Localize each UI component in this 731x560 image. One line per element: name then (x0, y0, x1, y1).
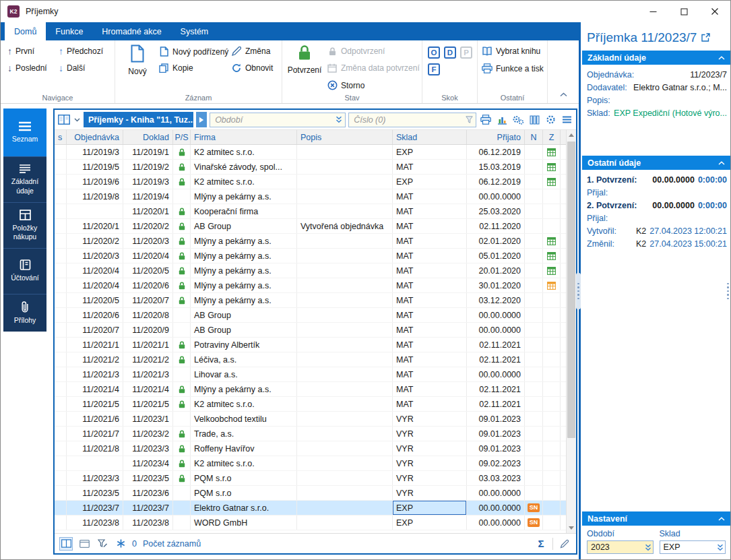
cell[interactable]: 02.11.2021 (467, 352, 525, 367)
cell[interactable]: 09.01.2023 (467, 427, 525, 441)
cell[interactable]: 11/2020/6 (123, 278, 173, 292)
cell[interactable] (543, 293, 561, 307)
cell[interactable]: 06.12.2019 (467, 145, 525, 159)
chart-icon[interactable] (495, 113, 509, 127)
cell[interactable]: SN (525, 501, 543, 515)
cell[interactable] (173, 441, 191, 456)
cell[interactable]: Mlýny a pekárny a.s. (191, 293, 297, 307)
cell[interactable] (55, 456, 67, 470)
cell[interactable]: MAT (393, 263, 467, 278)
cell[interactable]: 02.11.2021 (467, 397, 525, 411)
table-row[interactable]: 11/2021/711/2023/2Trade, a.s.VYR09.01.20… (55, 427, 576, 441)
cell[interactable] (543, 175, 561, 189)
table-row[interactable]: 11/2020/411/2020/6Mlýny a pekárny a.s.MA… (55, 278, 576, 293)
table-row[interactable]: 11/2020/711/2020/9AB GroupMAT00.00.0000 (55, 323, 576, 338)
cell[interactable]: Vinařské závody, spol... (191, 160, 297, 174)
sidebar-item-seznam[interactable]: Seznam (3, 108, 46, 157)
tab-domu[interactable]: Domů (5, 22, 46, 40)
cell[interactable]: 11/2020/2 (67, 234, 123, 248)
cell[interactable] (525, 278, 543, 292)
cell[interactable] (543, 338, 561, 352)
gears-icon[interactable] (511, 113, 525, 127)
table-row[interactable]: 11/2019/511/2019/2Vinařské závody, spol.… (55, 160, 576, 175)
cell[interactable]: 11/2020/8 (123, 308, 173, 322)
cell[interactable]: VYR (393, 471, 467, 485)
cell[interactable]: Léčiva, a.s. (191, 352, 297, 367)
cell[interactable] (173, 189, 191, 204)
cell[interactable]: VYR (393, 456, 467, 470)
cell[interactable] (173, 471, 191, 485)
scroll-down-button[interactable] (567, 523, 576, 533)
cell[interactable]: 11/2020/1 (67, 219, 123, 233)
cell[interactable]: 11/2019/1 (123, 145, 173, 159)
cell[interactable] (297, 263, 393, 278)
cell[interactable]: AB Group (191, 308, 297, 322)
obdobi-select[interactable]: 2023 (587, 540, 654, 554)
cell[interactable] (297, 367, 393, 381)
cell[interactable] (173, 175, 191, 189)
sum-button[interactable]: Σ (534, 537, 548, 551)
cell[interactable] (543, 382, 561, 396)
cell[interactable] (173, 501, 191, 515)
cell[interactable]: MAT (393, 397, 467, 411)
cell[interactable] (525, 323, 543, 337)
cell[interactable]: 11/2020/6 (67, 308, 123, 322)
cell[interactable]: MAT (393, 160, 467, 174)
column-header-sklad[interactable]: Sklad (393, 130, 467, 144)
cell[interactable]: 20.01.2020 (467, 263, 525, 278)
sidebar-item-uctovani[interactable]: Účtování (3, 249, 46, 294)
cell[interactable] (297, 427, 393, 441)
cell[interactable] (55, 145, 67, 159)
funnel-icon[interactable] (466, 116, 473, 123)
detail-view-button[interactable] (59, 537, 73, 551)
cell[interactable]: 02.01.2020 (467, 234, 525, 248)
table-row[interactable]: 11/2020/511/2020/7Mlýny a pekárny a.s.MA… (55, 293, 576, 308)
cell[interactable]: AB Group (191, 219, 297, 233)
cell[interactable]: 00.00.0000 (467, 367, 525, 381)
cell[interactable]: 11/2021/5 (123, 397, 173, 411)
table-row[interactable]: 11/2020/111/2020/2AB GroupVytvořená obje… (55, 219, 576, 234)
previous-button[interactable]: ↑Předchozí (59, 46, 103, 56)
column-header-popis[interactable]: Popis (297, 130, 393, 144)
cell[interactable]: 11/2023/7 (123, 501, 173, 515)
cell[interactable]: 11/2023/3 (67, 471, 123, 485)
cell[interactable] (173, 263, 191, 278)
cell[interactable]: 11/2021/2 (67, 352, 123, 367)
table-row[interactable]: 11/2023/511/2023/6PQM s.r.oVYR00.00.0000 (55, 486, 576, 501)
open-in-window-icon[interactable] (701, 30, 710, 45)
cell[interactable] (173, 427, 191, 441)
cell[interactable]: Mlýny a pekárny a.s. (191, 278, 297, 292)
freeze-asterisk-icon[interactable] (114, 537, 127, 551)
cell[interactable] (297, 160, 393, 174)
card-view-button[interactable] (77, 537, 91, 551)
cell[interactable] (525, 204, 543, 218)
cell[interactable] (543, 249, 561, 263)
cell[interactable] (525, 338, 543, 352)
cell[interactable] (525, 486, 543, 500)
cell[interactable] (173, 219, 191, 233)
cell[interactable]: 30.01.2020 (467, 278, 525, 292)
cell[interactable] (525, 249, 543, 263)
number-filter-input[interactable] (348, 113, 476, 127)
cell[interactable]: Mlýny a pekárny a.s. (191, 249, 297, 263)
scroll-up-button[interactable] (567, 130, 576, 140)
cell[interactable]: 11/2019/2 (123, 160, 173, 174)
vertical-scrollbar[interactable] (566, 130, 576, 533)
cell[interactable] (297, 397, 393, 411)
cell[interactable] (173, 145, 191, 159)
columns-icon[interactable] (528, 113, 541, 127)
unconfirm-button[interactable]: Odpotvrzení (327, 46, 385, 56)
cell[interactable]: 11/2023/7 (67, 501, 123, 515)
cell[interactable] (543, 486, 561, 500)
cell[interactable]: 09.02.2023 (467, 456, 525, 470)
cell[interactable] (55, 471, 67, 485)
cell[interactable] (297, 516, 393, 530)
cell[interactable] (525, 263, 543, 278)
table-row[interactable]: 11/2023/4K2 atmitec s.r.o.VYR09.02.2023 (55, 456, 576, 471)
cell[interactable] (525, 293, 543, 307)
table-row[interactable]: 11/2020/611/2020/8AB GroupMAT00.00.0000 (55, 308, 576, 323)
cell[interactable]: 11/2020/7 (67, 323, 123, 337)
cell[interactable]: Mlýny a pekárny a.s. (191, 382, 297, 396)
cell[interactable] (173, 234, 191, 248)
table-row[interactable]: 11/2019/811/2019/4Mlýny a pekárny a.s.MA… (55, 189, 576, 204)
